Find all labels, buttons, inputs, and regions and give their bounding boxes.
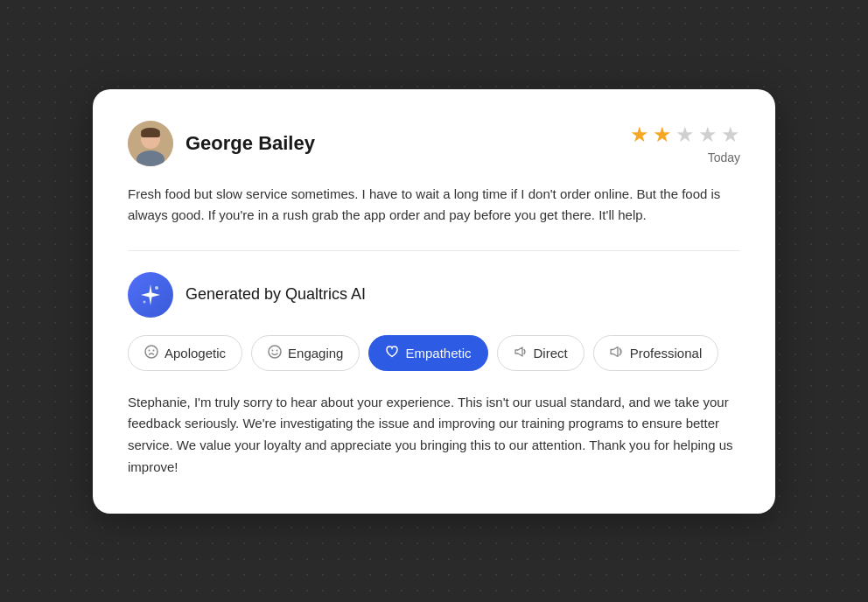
tone-empathetic[interactable]: Empathetic (368, 335, 487, 371)
avatar (128, 121, 173, 166)
divider (128, 250, 740, 251)
svg-point-11 (272, 349, 274, 351)
apologetic-icon (144, 345, 158, 361)
star-5: ★ (721, 122, 740, 147)
tone-professional-label: Professional (630, 346, 703, 360)
user-info: George Bailey (128, 121, 315, 166)
tone-buttons: Apologetic Engaging Empathetic (128, 335, 740, 371)
tone-apologetic[interactable]: Apologetic (128, 335, 242, 371)
engaging-icon (268, 345, 282, 361)
ai-header: Generated by Qualtrics AI (128, 272, 740, 318)
professional-icon (610, 345, 624, 361)
tone-direct[interactable]: Direct (497, 335, 584, 371)
svg-point-5 (155, 286, 158, 290)
review-header: George Bailey ★ ★ ★ ★ ★ Today (128, 121, 740, 166)
star-1: ★ (630, 122, 649, 147)
empathetic-icon (385, 345, 399, 361)
ai-label: Generated by Qualtrics AI (186, 285, 366, 304)
stars: ★ ★ ★ ★ ★ (630, 122, 740, 147)
svg-point-12 (276, 349, 278, 351)
svg-point-10 (269, 346, 281, 358)
tone-professional[interactable]: Professional (593, 335, 719, 371)
svg-rect-4 (141, 132, 160, 137)
rating-section: ★ ★ ★ ★ ★ Today (630, 122, 740, 164)
tone-direct-label: Direct (534, 346, 568, 360)
svg-point-8 (149, 349, 150, 351)
ai-icon (128, 272, 173, 318)
review-text: Fresh food but slow service sometimes. I… (128, 184, 740, 226)
tone-engaging-label: Engaging (288, 346, 343, 360)
svg-point-6 (144, 300, 146, 303)
user-name: George Bailey (186, 132, 315, 155)
svg-point-9 (153, 349, 155, 351)
direct-icon (514, 345, 528, 361)
star-3: ★ (676, 122, 695, 147)
star-2: ★ (653, 122, 672, 147)
review-card: George Bailey ★ ★ ★ ★ ★ Today Fresh food… (93, 89, 775, 514)
tone-engaging[interactable]: Engaging (251, 335, 360, 371)
response-text: Stephanie, I'm truly sorry to hear about… (128, 392, 740, 479)
star-4: ★ (698, 122, 718, 147)
svg-point-7 (145, 346, 158, 358)
review-date: Today (630, 150, 740, 164)
tone-apologetic-label: Apologetic (164, 346, 226, 360)
tone-empathetic-label: Empathetic (405, 346, 471, 360)
